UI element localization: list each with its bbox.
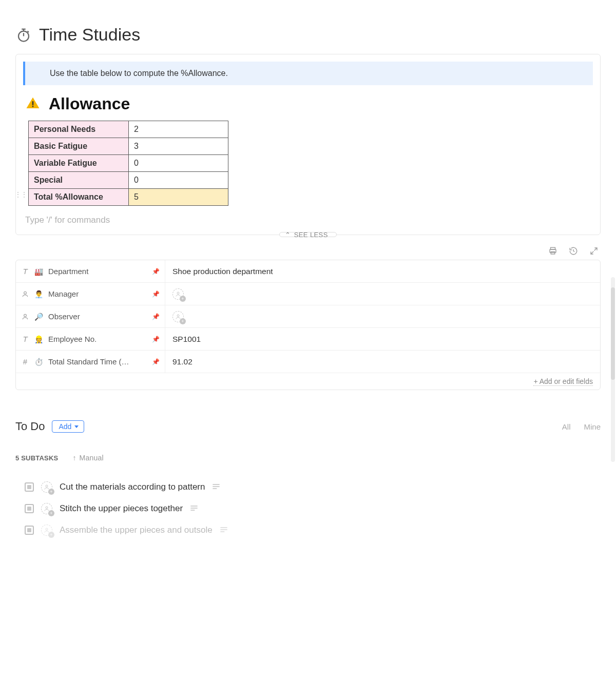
sort-button[interactable]: ↑ Manual	[72, 454, 103, 462]
text-type-icon: T	[21, 335, 29, 343]
svg-point-12	[46, 528, 48, 530]
subtask-title[interactable]: Assemble the upper pieces and outsole	[60, 525, 213, 535]
subtask-row[interactable]: Stitch the upper pieces together	[15, 498, 601, 519]
person-type-icon	[21, 313, 29, 320]
todo-heading: To Do	[15, 420, 45, 433]
field-value[interactable]: Shoe production department	[165, 260, 600, 282]
info-callout: Use the table below to compute the %Allo…	[23, 62, 593, 85]
table-row: Variable Fatigue0	[29, 155, 228, 172]
todo-section: To Do Add All Mine 5 SUBTASKS ↑ Manual C…	[15, 420, 601, 541]
svg-point-8	[24, 314, 27, 317]
worker-icon: 👷	[34, 335, 43, 343]
allowance-row-value[interactable]: 0	[129, 155, 228, 172]
checkbox[interactable]	[25, 526, 34, 535]
arrow-up-icon: ↑	[72, 454, 76, 462]
assign-person-icon[interactable]	[172, 288, 184, 300]
allowance-row-value[interactable]: 3	[129, 138, 228, 155]
allowance-total-value: 5	[129, 189, 228, 206]
add-subtask-button[interactable]: Add	[52, 420, 84, 433]
allowance-row-value[interactable]: 2	[129, 121, 228, 138]
allowance-table: Personal Needs2 Basic Fatigue3 Variable …	[28, 121, 228, 206]
chevron-up-icon: ⌃	[285, 231, 291, 239]
allowance-row-label: Special	[29, 172, 129, 189]
field-row-department[interactable]: T 🏭 Department 📌 Shoe production departm…	[16, 260, 600, 283]
chevron-down-icon	[74, 425, 79, 428]
svg-point-6	[24, 292, 27, 294]
content-card: Use the table below to compute the %Allo…	[15, 54, 601, 235]
field-label: Total Standard Time (mi…	[48, 357, 136, 366]
add-fields-row: + Add or edit fields	[16, 373, 600, 390]
field-row-manager[interactable]: 👨‍💼 Manager 📌	[16, 283, 600, 305]
page-header: Time Studies	[15, 25, 601, 45]
field-label: Employee No.	[48, 335, 97, 343]
subtask-title[interactable]: Stitch the upper pieces together	[60, 503, 183, 514]
allowance-total-label: Total %Allowance	[29, 189, 129, 206]
stopwatch-icon	[15, 27, 32, 43]
table-row: Basic Fatigue3	[29, 138, 228, 155]
description-icon[interactable]	[190, 503, 198, 514]
stopwatch-icon: ⏱️	[34, 358, 43, 366]
filter-mine[interactable]: Mine	[584, 422, 601, 431]
pin-icon[interactable]: 📌	[152, 268, 160, 275]
subtasks-count: 5 SUBTASKS	[15, 454, 58, 462]
assign-person-icon[interactable]	[41, 503, 52, 514]
filter-all[interactable]: All	[562, 422, 571, 431]
person-type-icon	[21, 290, 29, 298]
table-row-total: Total %Allowance5	[29, 189, 228, 206]
fields-panel: T 🏭 Department 📌 Shoe production departm…	[15, 260, 601, 390]
svg-point-11	[46, 507, 48, 509]
field-label: Department	[48, 267, 88, 276]
description-icon[interactable]	[212, 482, 220, 492]
checkbox[interactable]	[25, 504, 34, 513]
print-icon[interactable]	[548, 246, 557, 256]
assign-person-icon[interactable]	[41, 481, 52, 493]
svg-point-9	[177, 315, 179, 317]
table-row: Personal Needs2	[29, 121, 228, 138]
expand-icon[interactable]	[589, 246, 599, 256]
allowance-heading: Allowance	[49, 94, 130, 113]
field-label: Observer	[48, 312, 80, 321]
page-title: Time Studies	[39, 25, 140, 45]
number-type-icon: #	[21, 357, 29, 366]
field-value[interactable]	[165, 283, 600, 305]
allowance-row-label: Basic Fatigue	[29, 138, 129, 155]
field-row-total-standard-time[interactable]: # ⏱️ Total Standard Time (mi… 📌 91.02	[16, 351, 600, 373]
table-row: Special0	[29, 172, 228, 189]
history-icon[interactable]	[569, 246, 578, 256]
see-less-label: SEE LESS	[294, 231, 328, 239]
field-value[interactable]: 91.02	[165, 351, 600, 373]
subtask-row[interactable]: Cut the materials according to pattern	[15, 476, 601, 498]
field-value[interactable]	[165, 305, 600, 327]
field-label: Manager	[48, 289, 79, 298]
description-icon[interactable]	[220, 525, 228, 535]
add-label: Add	[59, 422, 71, 431]
svg-rect-5	[551, 252, 555, 255]
see-less-button[interactable]: ⌃ SEE LESS	[279, 232, 336, 237]
scrollbar[interactable]	[611, 277, 615, 462]
allowance-heading-row: Allowance	[25, 94, 593, 113]
field-row-observer[interactable]: 🔎 Observer 📌	[16, 305, 600, 328]
slash-command-input[interactable]: Type '/' for commands	[25, 215, 593, 225]
pin-icon[interactable]: 📌	[152, 313, 160, 320]
pin-icon[interactable]: 📌	[152, 336, 160, 343]
field-value[interactable]: SP1001	[165, 328, 600, 350]
allowance-row-value[interactable]: 0	[129, 172, 228, 189]
manager-icon: 👨‍💼	[34, 290, 43, 298]
drag-handle-icon[interactable]: ⋮⋮	[15, 191, 27, 198]
pin-icon[interactable]: 📌	[152, 358, 160, 365]
pin-icon[interactable]: 📌	[152, 290, 160, 298]
text-type-icon: T	[21, 267, 29, 276]
svg-point-7	[177, 292, 179, 294]
add-edit-fields-button[interactable]: + Add or edit fields	[533, 377, 593, 386]
assign-person-icon[interactable]	[41, 525, 52, 536]
assign-person-icon[interactable]	[172, 311, 184, 322]
card-actions	[15, 246, 599, 256]
svg-rect-2	[32, 106, 34, 107]
sort-label: Manual	[80, 454, 104, 462]
subtask-title[interactable]: Cut the materials according to pattern	[60, 482, 205, 492]
svg-rect-1	[32, 101, 34, 105]
subtask-row[interactable]: Assemble the upper pieces and outsole	[15, 519, 601, 541]
field-row-employee-no[interactable]: T 👷 Employee No. 📌 SP1001	[16, 328, 600, 351]
checkbox[interactable]	[25, 482, 34, 492]
magnifier-icon: 🔎	[34, 313, 43, 321]
